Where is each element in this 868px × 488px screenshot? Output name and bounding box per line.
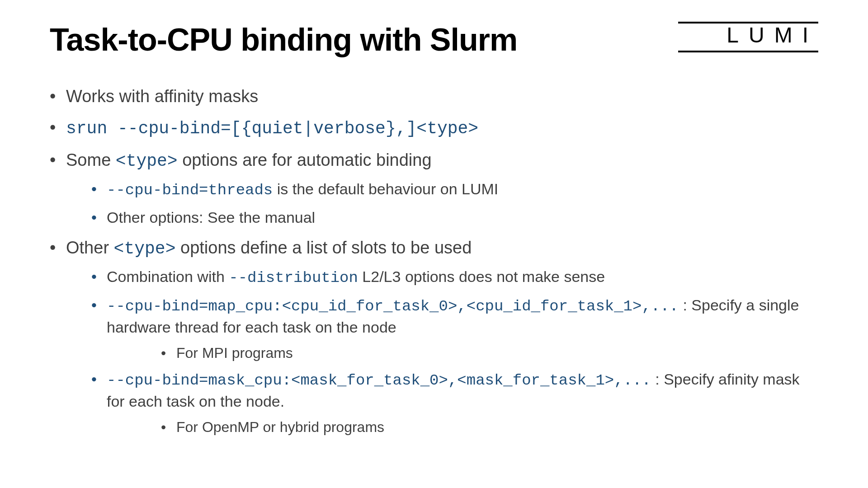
logo-bottom-rule <box>678 51 818 52</box>
text: Works with affinity masks <box>66 87 258 106</box>
text-post: L2/L3 options does not make sense <box>358 268 605 285</box>
slide: LUMI Task-to-CPU binding with Slurm Work… <box>0 0 868 488</box>
bullet-srun-command: srun --cpu-bind=[{quiet|verbose},]<type> <box>50 116 818 140</box>
sub-bullet-other-options: Other options: See the manual <box>91 207 818 228</box>
code: --cpu-bind=mask_cpu:<mask_for_task_0>,<m… <box>107 372 651 389</box>
text: Other options: See the manual <box>107 209 315 226</box>
code: --cpu-bind=threads <box>107 182 273 199</box>
text-post: options define a list of slots to be use… <box>175 238 472 257</box>
sublist: --cpu-bind=threads is the default behavi… <box>91 179 818 228</box>
bullet-works-with-affinity: Works with affinity masks <box>50 85 818 108</box>
text-pre: Some <box>66 150 116 169</box>
sub-bullet-cpu-bind-threads: --cpu-bind=threads is the default behavi… <box>91 179 818 201</box>
code: srun --cpu-bind=[{quiet|verbose},]<type> <box>66 119 478 138</box>
code: --distribution <box>229 269 358 286</box>
subsub-bullet-mpi: For MPI programs <box>161 343 818 363</box>
sub-bullet-combination-distribution: Combination with --distribution L2/L3 op… <box>91 267 818 289</box>
subsublist: For OpenMP or hybrid programs <box>161 418 818 437</box>
bullet-list: Works with affinity masks srun --cpu-bin… <box>50 85 818 437</box>
text: For MPI programs <box>176 345 293 361</box>
code: <type> <box>114 239 176 258</box>
text-pre: Combination with <box>107 268 229 285</box>
bullet-some-type-options: Some <type> options are for automatic bi… <box>50 149 818 228</box>
text-pre: Other <box>66 238 114 257</box>
text: For OpenMP or hybrid programs <box>176 419 384 435</box>
slide-title: Task-to-CPU binding with Slurm <box>50 22 818 58</box>
bullet-other-type-options: Other <type> options define a list of sl… <box>50 236 818 437</box>
subsublist: For MPI programs <box>161 343 818 363</box>
lumi-logo: LUMI <box>726 23 818 47</box>
code: --cpu-bind=map_cpu:<cpu_id_for_task_0>,<… <box>107 298 679 315</box>
sublist: Combination with --distribution L2/L3 op… <box>91 267 818 437</box>
text-post: options are for automatic binding <box>178 150 432 169</box>
sub-bullet-mask-cpu: --cpu-bind=mask_cpu:<mask_for_task_0>,<m… <box>91 369 818 437</box>
sub-bullet-map-cpu: --cpu-bind=map_cpu:<cpu_id_for_task_0>,<… <box>91 295 818 363</box>
text: is the default behaviour on LUMI <box>273 180 498 197</box>
code: <type> <box>116 151 178 171</box>
subsub-bullet-openmp: For OpenMP or hybrid programs <box>161 418 818 437</box>
